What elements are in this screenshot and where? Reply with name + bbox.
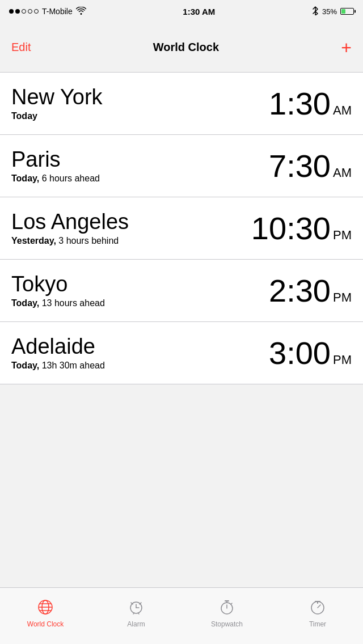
clock-day-info: Today bbox=[11, 111, 103, 121]
clock-info: Los Angeles Yesterday, 3 hours behind bbox=[11, 210, 129, 247]
signal-dot-5 bbox=[34, 9, 39, 14]
clock-day-label: Today, bbox=[11, 361, 39, 370]
clock-item: Paris Today, 6 hours ahead 7:30 AM bbox=[0, 135, 363, 197]
clock-city: Paris bbox=[11, 148, 100, 172]
clock-time-main: 2:30 bbox=[269, 275, 331, 307]
clock-time-main: 1:30 bbox=[269, 88, 331, 120]
signal-dot-1 bbox=[9, 9, 14, 14]
clock-item: New York Today 1:30 AM bbox=[0, 73, 363, 135]
edit-button[interactable]: Edit bbox=[11, 41, 31, 54]
svg-line-18 bbox=[318, 605, 320, 608]
carrier-label: T-Mobile bbox=[42, 7, 73, 16]
world-clock-icon bbox=[37, 599, 54, 618]
tab-alarm-label: Alarm bbox=[127, 620, 145, 628]
clock-item: Tokyo Today, 13 hours ahead 2:30 PM bbox=[0, 260, 363, 322]
clock-info: Paris Today, 6 hours ahead bbox=[11, 148, 100, 184]
clock-time: 10:30 PM bbox=[251, 213, 352, 244]
clock-day-label: Today bbox=[11, 111, 37, 121]
clock-info: Tokyo Today, 13 hours ahead bbox=[11, 273, 105, 309]
clock-time-ampm: PM bbox=[333, 290, 352, 305]
signal-dot-4 bbox=[28, 9, 32, 14]
battery-icon bbox=[340, 8, 354, 15]
tab-world-clock-label: World Clock bbox=[27, 620, 64, 628]
clock-time: 7:30 AM bbox=[269, 150, 352, 182]
tab-stopwatch[interactable]: Stopwatch bbox=[182, 599, 272, 628]
clock-day-label: Yesterday, bbox=[11, 236, 56, 245]
status-right: 35% bbox=[312, 6, 354, 17]
alarm-icon bbox=[128, 599, 145, 618]
clock-time: 2:30 PM bbox=[269, 275, 352, 307]
tab-world-clock[interactable]: World Clock bbox=[0, 599, 91, 628]
clock-time-main: 7:30 bbox=[269, 150, 331, 182]
clock-day-info: Today, 13 hours ahead bbox=[11, 298, 105, 308]
clock-time-ampm: AM bbox=[333, 103, 352, 118]
tab-stopwatch-label: Stopwatch bbox=[211, 620, 243, 628]
clock-day-info: Today, 13h 30m ahead bbox=[11, 361, 105, 371]
clock-day-info: Yesterday, 3 hours behind bbox=[11, 236, 129, 246]
tab-timer[interactable]: Timer bbox=[272, 599, 363, 628]
clock-day-label: Today, bbox=[11, 298, 39, 308]
svg-line-16 bbox=[231, 603, 232, 604]
battery-fill bbox=[341, 9, 345, 14]
timer-icon bbox=[309, 599, 326, 618]
tab-timer-label: Timer bbox=[309, 620, 326, 628]
status-left: T-Mobile bbox=[9, 7, 86, 16]
battery-percent: 35% bbox=[322, 7, 337, 16]
clock-time: 3:00 PM bbox=[269, 337, 352, 369]
add-button[interactable]: + bbox=[341, 39, 352, 57]
clock-day-detail: 13h 30m ahead bbox=[42, 361, 105, 370]
page-title: World Clock bbox=[153, 41, 219, 54]
signal-dot-3 bbox=[22, 9, 26, 14]
clock-day-detail: 13 hours ahead bbox=[42, 298, 105, 308]
clock-city: New York bbox=[11, 86, 103, 109]
clock-list: New York Today 1:30 AM Paris Today, 6 ho… bbox=[0, 73, 363, 384]
clock-item: Adelaide Today, 13h 30m ahead 3:00 PM bbox=[0, 322, 363, 384]
tab-bar: World Clock Alarm bbox=[0, 587, 363, 644]
clock-day-detail: 6 hours ahead bbox=[42, 173, 100, 183]
status-time: 1:30 AM bbox=[183, 7, 215, 16]
signal-dots bbox=[9, 9, 39, 14]
clock-time-main: 10:30 bbox=[251, 213, 331, 244]
clock-time-main: 3:00 bbox=[269, 337, 331, 369]
stopwatch-icon bbox=[218, 599, 235, 618]
clock-time: 1:30 AM bbox=[269, 88, 352, 120]
clock-city: Los Angeles bbox=[11, 210, 129, 234]
clock-city: Tokyo bbox=[11, 273, 105, 296]
clock-info: New York Today bbox=[11, 86, 103, 122]
status-bar: T-Mobile 1:30 AM 35% bbox=[0, 0, 363, 23]
clock-day-label: Today, bbox=[11, 173, 39, 183]
tab-alarm[interactable]: Alarm bbox=[91, 599, 182, 628]
nav-bar: Edit World Clock + bbox=[0, 23, 363, 73]
clock-city: Adelaide bbox=[11, 335, 105, 359]
clock-day-info: Today, 6 hours ahead bbox=[11, 173, 100, 184]
clock-time-ampm: AM bbox=[333, 166, 352, 180]
clock-day-detail: 3 hours behind bbox=[58, 236, 119, 245]
wifi-icon bbox=[76, 7, 86, 16]
signal-dot-2 bbox=[15, 9, 20, 14]
bluetooth-icon bbox=[312, 6, 319, 17]
clock-info: Adelaide Today, 13h 30m ahead bbox=[11, 335, 105, 371]
clock-time-ampm: PM bbox=[333, 228, 352, 243]
clock-time-ampm: PM bbox=[333, 353, 352, 367]
clock-item: Los Angeles Yesterday, 3 hours behind 10… bbox=[0, 197, 363, 260]
